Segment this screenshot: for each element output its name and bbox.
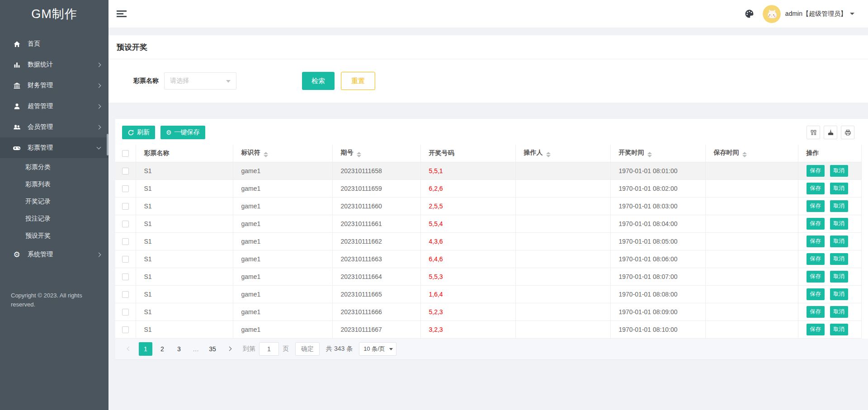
prev-page-button[interactable] [122,342,136,356]
cell-issue: 202310111662 [332,232,420,250]
page-button[interactable]: 35 [206,342,219,356]
row-cancel-button[interactable]: 取消 [830,324,848,335]
export-button[interactable] [824,126,837,139]
sidebar-scrollbar[interactable] [107,134,108,156]
jump-confirm-button[interactable]: 确定 [295,342,320,356]
row-save-button[interactable]: 保存 [807,271,825,283]
cell-draw-time: 1970-01-01 08:05:00 [610,232,705,250]
row-save-button[interactable]: 保存 [807,324,825,335]
row-cancel-button[interactable]: 取消 [830,253,848,265]
row-checkbox[interactable] [122,309,129,316]
col-header-save-time[interactable]: 保存时间 [705,145,798,162]
sidebar: GM制作 首页 数据统计 财务管理 超管管理 [0,0,108,410]
sidebar-item-system[interactable]: ⚙ 系统管理 [0,244,108,265]
table-row: S1 game1 202310111664 5,5,3 1970-01-01 0… [115,268,861,285]
row-cancel-button[interactable]: 取消 [830,288,848,300]
row-save-button[interactable]: 保存 [807,253,825,265]
page-button[interactable]: 3 [172,342,186,356]
save-all-button[interactable]: ⚙ 一键保存 [160,126,205,139]
sidebar-item-members[interactable]: 会员管理 [0,117,108,137]
row-checkbox[interactable] [122,273,129,280]
page-button[interactable]: 1 [139,342,152,356]
cell-issue: 202310111667 [332,320,420,338]
page-size-select[interactable]: 10 条/页 [359,342,396,356]
cell-draw-numbers: 3,2,3 [420,320,515,338]
sidebar-item-superadmin[interactable]: 超管管理 [0,96,108,117]
select-all-checkbox[interactable] [122,150,129,157]
sidebar-subitem-preset-draw[interactable]: 预设开奖 [0,227,108,244]
sort-icon[interactable] [357,152,361,157]
cell-draw-time: 1970-01-01 08:06:00 [610,250,705,268]
print-button[interactable] [841,126,854,139]
chevron-right-icon [97,125,101,129]
sidebar-subitem-lottery-list[interactable]: 彩票列表 [0,175,108,193]
cell-draw-time: 1970-01-01 08:07:00 [610,268,705,285]
sidebar-subitem-lottery-category[interactable]: 彩票分类 [0,158,108,175]
row-save-button[interactable]: 保存 [807,236,825,247]
cell-draw-numbers: 6,4,6 [420,250,515,268]
row-checkbox[interactable] [122,203,129,210]
sort-icon[interactable] [546,152,551,157]
row-save-button[interactable]: 保存 [807,200,825,212]
sidebar-item-statistics[interactable]: 数据统计 [0,54,108,75]
sidebar-item-finance[interactable]: 财务管理 [0,75,108,96]
refresh-button[interactable]: 刷新 [122,126,155,139]
user-icon [13,102,21,110]
row-checkbox[interactable] [122,168,129,174]
row-checkbox[interactable] [122,291,129,298]
cell-identifier: game1 [233,162,332,179]
col-header-identifier[interactable]: 标识符 [233,145,332,162]
user-avatar[interactable] [763,5,781,23]
row-cancel-button[interactable]: 取消 [830,271,848,283]
row-checkbox[interactable] [122,326,129,333]
cell-actions: 保存取消 [798,197,861,215]
row-save-button[interactable]: 保存 [807,183,825,194]
search-button[interactable]: 检索 [302,72,335,90]
row-save-button[interactable]: 保存 [807,218,825,230]
filter-columns-button[interactable] [807,126,820,139]
sidebar-subitem-bet-records[interactable]: 投注记录 [0,210,108,227]
user-menu[interactable]: admin【超级管理员】 [785,10,847,18]
topbar: admin【超级管理员】 [108,0,868,28]
col-header-issue[interactable]: 期号 [332,145,420,162]
col-header-lottery-name[interactable]: 彩票名称 [136,145,233,162]
sort-icon[interactable] [264,152,268,157]
reset-button[interactable]: 重置 [341,72,375,90]
row-checkbox[interactable] [122,221,129,227]
page-button[interactable]: 2 [156,342,169,356]
theme-palette-icon[interactable] [745,9,755,19]
row-cancel-button[interactable]: 取消 [830,183,848,194]
row-save-button[interactable]: 保存 [807,306,825,318]
row-cancel-button[interactable]: 取消 [830,218,848,230]
row-cancel-button[interactable]: 取消 [830,165,848,177]
row-cancel-button[interactable]: 取消 [830,306,848,318]
sort-icon[interactable] [647,152,652,157]
row-cancel-button[interactable]: 取消 [830,236,848,247]
row-checkbox[interactable] [122,256,129,263]
sidebar-item-lottery[interactable]: 彩票管理 [0,137,108,158]
cell-identifier: game1 [233,250,332,268]
cell-draw-numbers: 4,3,6 [420,232,515,250]
row-save-button[interactable]: 保存 [807,288,825,300]
sidebar-item-home[interactable]: 首页 [0,33,108,54]
next-page-button[interactable] [222,342,236,356]
row-checkbox[interactable] [122,185,129,192]
cell-operator [515,320,610,338]
cell-actions: 保存取消 [798,285,861,303]
sort-icon[interactable] [742,152,747,157]
cell-operator [515,303,610,320]
cell-draw-time: 1970-01-01 08:04:00 [610,215,705,232]
menu-toggle-icon[interactable] [117,9,127,19]
col-header-draw-numbers: 开奖号码 [420,145,515,162]
gamepad-icon [13,144,21,152]
row-save-button[interactable]: 保存 [807,165,825,177]
cell-issue: 202310111660 [332,197,420,215]
row-cancel-button[interactable]: 取消 [830,200,848,212]
jump-page-input[interactable] [259,342,279,356]
col-header-operator[interactable]: 操作人 [515,145,610,162]
sidebar-subitem-draw-records[interactable]: 开奖记录 [0,193,108,210]
row-checkbox[interactable] [122,238,129,245]
lottery-name-select[interactable]: 请选择 [164,72,236,90]
users-icon [13,123,21,131]
col-header-draw-time[interactable]: 开奖时间 [610,145,705,162]
